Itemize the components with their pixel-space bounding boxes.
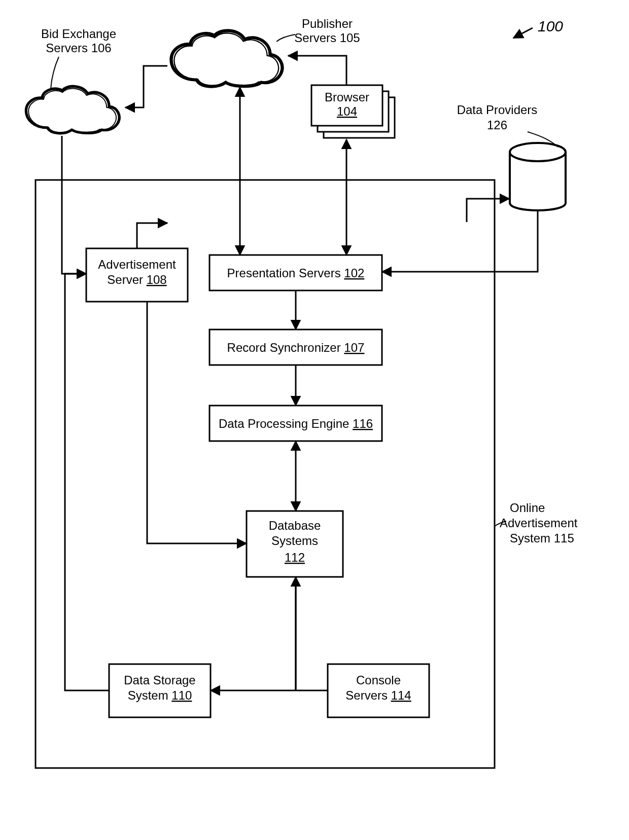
- storage-box: Data Storage System 110: [109, 664, 211, 717]
- console-num: 114: [391, 688, 411, 702]
- figure-ref-text: 100: [538, 18, 563, 34]
- presentation-label: Presentation Servers 102: [227, 266, 365, 280]
- ad-server-label-1: Advertisement: [98, 258, 176, 271]
- storage-label-2: System 110: [128, 688, 192, 702]
- svg-text:100: 100: [538, 18, 563, 34]
- console-label-1: Console: [356, 673, 401, 687]
- browser-stack: Browser 104: [311, 85, 395, 138]
- dpe-text: Data Processing Engine: [219, 417, 353, 430]
- storage-label-1: Data Storage: [124, 673, 195, 687]
- diagram-svg: 100 Bid Exchange Servers 106 Publisher S…: [0, 0, 629, 840]
- record-sync-label: Record Synchronizer 107: [227, 341, 365, 354]
- record-sync-num: 107: [344, 341, 364, 354]
- publisher-leader: [276, 34, 295, 42]
- system-label-1: Online: [510, 501, 545, 515]
- dpe-box: Data Processing Engine 116: [209, 406, 382, 441]
- conn-publisher-browser: [288, 56, 346, 85]
- presentation-box: Presentation Servers 102: [209, 255, 382, 290]
- record-sync-box: Record Synchronizer 107: [209, 330, 382, 365]
- ad-server-box: Advertisement Server 108: [86, 248, 188, 302]
- figure-ref: 100: [513, 18, 563, 38]
- data-providers-cylinder: [510, 143, 566, 210]
- system-label-3: System 115: [510, 531, 574, 545]
- data-providers-label-2: 126: [487, 118, 507, 132]
- presentation-text: Presentation Servers: [227, 266, 344, 280]
- ad-server-num: 108: [147, 273, 167, 286]
- db-num: 112: [285, 551, 305, 564]
- dpe-num: 116: [353, 417, 373, 430]
- console-box: Console Servers 114: [328, 664, 429, 717]
- browser-label: Browser: [325, 90, 369, 104]
- db-label-1: Database: [269, 519, 321, 532]
- bid-exchange-cloud: [26, 86, 119, 133]
- bid-exchange-label-1: Bid Exchange: [41, 27, 116, 41]
- publisher-cloud: [171, 30, 283, 86]
- data-providers-label-1: Data Providers: [457, 103, 538, 117]
- dpe-label: Data Processing Engine 116: [219, 417, 373, 430]
- db-label-2: Systems: [271, 534, 318, 547]
- ad-server-label-2-text: Server: [107, 273, 146, 286]
- browser-num: 104: [337, 104, 357, 118]
- publisher-label-2: Servers 105: [294, 31, 360, 45]
- record-sync-text: Record Synchronizer: [227, 341, 344, 354]
- storage-label-2-text: System: [128, 688, 172, 702]
- presentation-num: 102: [344, 266, 364, 280]
- storage-num: 110: [171, 688, 192, 702]
- system-label-2: Advertisement: [500, 516, 578, 530]
- publisher-label-1: Publisher: [302, 17, 353, 30]
- console-label-2: Servers 114: [345, 688, 411, 702]
- bid-exchange-label-2: Servers 106: [46, 41, 111, 55]
- bid-exchange-leader: [51, 57, 59, 89]
- conn-publisher-bid: [125, 66, 167, 107]
- ad-server-label-2: Server 108: [107, 273, 166, 286]
- db-box: Database Systems 112: [247, 511, 343, 577]
- console-label-2-text: Servers: [345, 688, 391, 702]
